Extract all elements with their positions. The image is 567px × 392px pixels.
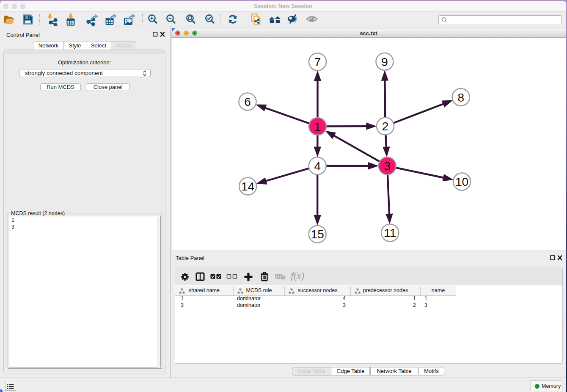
svg-text:11: 11: [384, 226, 396, 240]
svg-text:8: 8: [457, 91, 464, 104]
svg-text:4: 4: [314, 160, 321, 173]
svg-text:3: 3: [384, 160, 391, 173]
svg-text:2: 2: [382, 120, 389, 133]
svg-text:7: 7: [314, 55, 321, 69]
svg-text:1: 1: [314, 120, 321, 133]
svg-text:15: 15: [311, 228, 324, 241]
svg-text:10: 10: [455, 175, 468, 188]
svg-text:9: 9: [381, 55, 388, 69]
svg-text:14: 14: [241, 180, 254, 193]
svg-text:6: 6: [244, 95, 251, 108]
